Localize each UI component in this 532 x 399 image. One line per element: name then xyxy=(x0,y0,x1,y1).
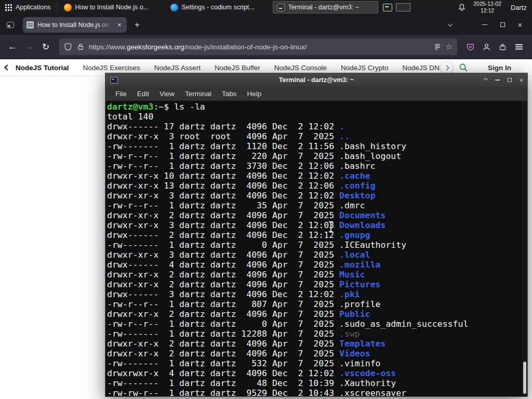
file-name: .Xauthority xyxy=(339,378,396,388)
codium-icon xyxy=(170,4,178,11)
terminal-output-line: drwxr-xr-x 3 root root 4096 Apr 7 2025 .… xyxy=(107,131,527,141)
url-text[interactable]: https://www.geeksforgeeks.org/node-js/in… xyxy=(89,43,429,51)
terminal-output-line: drwxr-xr-x 2 dartz dartz 4096 Apr 7 2025… xyxy=(107,349,527,358)
site-nav-item[interactable]: NodeJS DNS xyxy=(403,64,440,72)
site-nav-item[interactable]: NodeJS Crypto xyxy=(341,64,389,72)
applications-label: Applications xyxy=(16,4,50,11)
terminal-output-line: -rw------- 1 dartz dartz 0 Apr 7 2025 .I… xyxy=(107,240,527,250)
back-button[interactable]: ← xyxy=(4,38,21,55)
site-nav-item[interactable]: NodeJS Console xyxy=(274,64,327,72)
file-name: .bashrc xyxy=(339,161,376,171)
chevron-down-icon xyxy=(447,21,453,26)
file-name: .xscreensaver xyxy=(339,388,406,396)
taskbar-item-terminal[interactable]: Terminal - dartz@vm3: ~ xyxy=(273,1,378,14)
sign-in-button[interactable]: Sign In xyxy=(488,64,511,72)
file-name: Downloads xyxy=(339,220,385,230)
notifications-bell-icon[interactable] xyxy=(458,3,466,11)
file-name: Music xyxy=(339,270,365,280)
taskbar-item-codium[interactable]: Settings - codium script... xyxy=(166,1,272,14)
extensions-icon[interactable] xyxy=(495,39,511,55)
terminal-menu-file[interactable]: File xyxy=(110,88,132,99)
search-icon[interactable] xyxy=(459,63,468,72)
clock-time: 12:12 xyxy=(473,7,501,14)
terminal-output-line: drwxr-xr-x 2 dartz dartz 4096 Apr 7 2025… xyxy=(107,270,527,280)
browser-toolbar: ← → ↻ https://www.geeksforgeeks.org/node… xyxy=(0,35,532,59)
terminal-output-line: -rw-r--r-- 1 dartz dartz 0 Apr 7 2025 .s… xyxy=(107,319,527,329)
user-menu[interactable]: Dartz xyxy=(511,4,527,11)
terminal-close-button[interactable]: × xyxy=(515,73,527,87)
forward-button[interactable]: → xyxy=(21,38,37,55)
pocket-icon[interactable] xyxy=(462,39,478,55)
terminal-menu-view[interactable]: View xyxy=(154,88,180,99)
terminal-output-line: drwx------ 4 dartz dartz 4096 Apr 7 2025… xyxy=(107,260,527,270)
taskbar-item-browser[interactable]: How to Install Node.js o... xyxy=(60,1,165,14)
taskbar-label: Settings - codium script... xyxy=(181,4,254,11)
site-nav-item[interactable]: NodeJS Tutorial xyxy=(16,64,69,72)
panel-clock[interactable]: 2025-12-02 12:12 xyxy=(473,1,501,14)
tab-title: How to Install Node.js on xyxy=(37,21,112,29)
url-bar[interactable]: https://www.geeksforgeeks.org/node-js/in… xyxy=(59,38,457,55)
terminal-output-line: drwx------ 17 dartz dartz 4096 Dec 2 12:… xyxy=(107,122,527,131)
workspace-switcher[interactable] xyxy=(396,3,410,11)
terminal-prompt-line: dartz@vm3:~$ ls -la xyxy=(107,102,527,112)
bookmark-star-icon[interactable]: ☆ xyxy=(446,42,453,51)
new-tab-button[interactable]: + xyxy=(130,18,144,32)
browser-tab-active[interactable]: How to Install Node.js on × xyxy=(23,17,127,33)
tab-favicon xyxy=(26,21,34,29)
file-name: .bash_history xyxy=(339,141,406,151)
minimize-icon xyxy=(495,79,500,81)
browser-minimize-button[interactable] xyxy=(476,17,494,33)
terminal-shade-button[interactable] xyxy=(480,73,491,87)
site-nav-item[interactable]: NodeJS Exercises xyxy=(83,64,140,72)
lock-icon[interactable] xyxy=(76,43,85,51)
site-nav-item[interactable]: NodeJS Assert xyxy=(154,64,201,72)
browser-maximize-button[interactable] xyxy=(494,17,511,33)
list-all-tabs-button[interactable] xyxy=(443,18,457,32)
reader-mode-icon[interactable] xyxy=(433,43,442,51)
menu-icon[interactable] xyxy=(511,39,527,55)
terminal-window: Terminal - dartz@vm3: ~ × FileEditViewTe… xyxy=(105,73,528,397)
terminal-scrollbar[interactable] xyxy=(522,101,527,396)
firefox-view-button[interactable] xyxy=(3,18,18,32)
shield-icon[interactable] xyxy=(64,43,72,51)
site-nav-scroll-right[interactable] xyxy=(441,62,453,74)
terminal-minimize-button[interactable] xyxy=(491,73,503,87)
applications-menu-button[interactable]: Applications xyxy=(0,0,56,15)
file-name: Desktop xyxy=(339,191,376,201)
terminal-menu-edit[interactable]: Edit xyxy=(132,88,154,99)
file-name: . xyxy=(339,122,344,131)
terminal-output-line: -rw------- 1 dartz dartz 12288 Apr 7 202… xyxy=(107,329,527,339)
tab-close-icon[interactable]: × xyxy=(116,20,123,30)
file-name: .local xyxy=(339,250,370,260)
terminal-title-bar[interactable]: Terminal - dartz@vm3: ~ × xyxy=(105,73,527,87)
chevron-left-icon xyxy=(4,64,10,70)
account-icon[interactable] xyxy=(478,39,495,55)
site-nav-scroll-left[interactable] xyxy=(5,65,9,70)
site-nav-item[interactable]: NodeJS Buffer xyxy=(215,64,260,72)
terminal-menu-tabs[interactable]: Tabs xyxy=(217,88,242,99)
desktop: Applications How to Install Node.js o...… xyxy=(0,0,532,399)
hamburger-icon xyxy=(515,44,523,49)
url-host: geeksforgeeks.org xyxy=(127,43,184,51)
browser-window-controls: × xyxy=(476,17,529,33)
terminal-scrollbar-thumb[interactable] xyxy=(523,362,526,394)
file-name: .. xyxy=(339,131,350,141)
terminal-content[interactable]: dartz@vm3:~$ ls -la total 140drwx------ … xyxy=(105,101,527,396)
terminal-output-line: -rw-rw-r-- 1 dartz dartz 9529 Dec 2 10:4… xyxy=(107,388,527,396)
firefox-view-icon xyxy=(7,22,14,28)
chevron-up-icon xyxy=(483,78,487,82)
systray-terminal-icon[interactable] xyxy=(383,4,392,11)
reload-button[interactable]: ↻ xyxy=(37,38,54,55)
terminal-maximize-button[interactable] xyxy=(503,73,515,87)
file-name: .cache xyxy=(339,171,370,181)
terminal-menubar: FileEditViewTerminalTabsHelp xyxy=(105,87,527,101)
prompt-symbol: $ xyxy=(164,102,169,112)
terminal-output-line: -rw-r--r-- 1 dartz dartz 807 Apr 7 2025 … xyxy=(107,299,527,309)
file-name: Pictures xyxy=(339,280,380,289)
terminal-menu-help[interactable]: Help xyxy=(242,88,267,99)
terminal-menu-terminal[interactable]: Terminal xyxy=(180,88,217,99)
browser-close-button[interactable]: × xyxy=(511,17,529,33)
terminal-output-line: total 140 xyxy=(107,112,527,122)
toolbar-icons xyxy=(462,39,527,55)
browser-tab-bar: How to Install Node.js on × + × xyxy=(0,15,532,35)
